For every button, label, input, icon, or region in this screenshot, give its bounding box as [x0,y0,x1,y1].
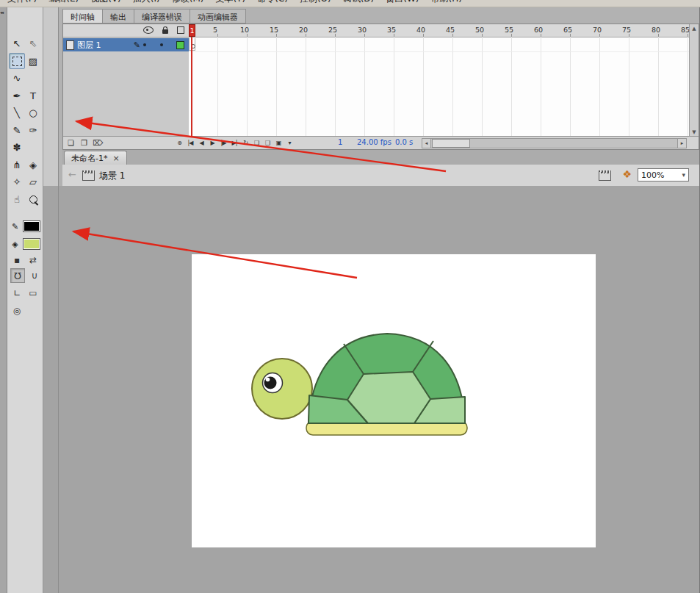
edit-symbol-button[interactable]: ❖ [622,168,632,180]
loop-button[interactable]: ↻ [241,137,250,148]
edit-scene-button[interactable] [599,170,611,181]
scroll-right-icon[interactable]: ▸ [677,139,686,148]
frame-rate-readout[interactable]: 24.00 fps [357,138,392,146]
hand-tool[interactable]: ☝ [10,192,24,206]
flash-application-window: 文件(F)编辑(E)视图(V)插入(I)修改(M)文本(T)命令(C)控制(O)… [0,0,700,593]
panel-splitter[interactable] [43,7,59,593]
selection-tool[interactable]: ↖ [10,37,24,51]
scrollbar-thumb[interactable] [432,139,470,148]
round-option-button[interactable]: ◎ [10,304,24,317]
elapsed-time-readout[interactable]: 0.0 s [395,138,413,146]
zoom-tool[interactable] [26,192,40,206]
oval-tool[interactable]: ○ [26,106,40,121]
show-hide-all-layers-icon[interactable] [143,26,154,34]
layer-name[interactable]: 图层 1 [77,40,101,51]
menu-item[interactable]: 修改(M) [172,0,204,5]
layer-type-icon [66,40,74,50]
scene-label[interactable]: 场景 1 [99,170,125,182]
scroll-up-icon[interactable]: ▲ [692,26,696,32]
outline-all-layers-icon[interactable] [177,26,184,34]
line-tool[interactable]: ╲ [10,106,24,121]
menu-item[interactable]: 命令(C) [257,0,288,5]
eraser-tool[interactable]: ▱ [26,175,40,190]
menu-item[interactable]: 控制(O) [300,0,331,5]
gradient-transform-tool[interactable]: ▨ [26,54,40,68]
free-transform-tool[interactable] [9,53,25,69]
straighten-button[interactable]: ∟ [10,287,24,300]
play-button[interactable]: ▶ [208,137,217,148]
menu-item[interactable]: 窗口(W) [386,0,419,5]
edit-multiple-frames-button[interactable]: ▣ [274,137,283,148]
current-frame-readout[interactable]: 1 [338,138,342,146]
new-folder-button[interactable]: ❐ [79,137,88,148]
onion-skin-outlines-button[interactable]: ❑ [263,137,272,148]
delete-layer-button[interactable]: ⌦ [93,137,102,148]
timeline-horizontal-scrollbar[interactable]: ◂ ▸ [422,138,687,148]
playhead-frame-marker[interactable]: 1 [189,24,195,37]
layer-visibility-dot[interactable] [143,43,146,46]
swap-colors-button[interactable]: ⇄ [26,254,40,267]
back-arrow-icon[interactable]: ← [68,169,76,180]
paint-bucket-tool[interactable]: ◈ [26,157,40,172]
pencil-tool[interactable]: ✎ [10,123,24,137]
tab-motion-editor[interactable]: 动画编辑器 [190,9,246,24]
layer-lock-dot[interactable] [160,43,163,46]
modify-markers-button[interactable]: ▾ [285,137,294,148]
menu-item[interactable]: 文件(F) [7,0,37,5]
zoom-value: 100% [641,170,664,180]
frame-ruler[interactable]: 510152025303540455055606570758085 1 [189,24,689,37]
scroll-left-icon[interactable]: ◂ [422,139,431,148]
stroke-color-swatch[interactable] [23,220,40,232]
ruler-frame-number: 70 [590,26,605,34]
smooth-button[interactable]: ∪ [28,269,41,282]
menu-item[interactable]: 调试(D) [343,0,375,5]
fill-color-swatch[interactable] [23,238,40,250]
stage-canvas[interactable] [192,254,596,547]
stage-pasteboard[interactable] [59,186,699,593]
playhead-line[interactable] [191,37,192,137]
tool-options-row-2: ∟ ▭ [9,284,42,302]
bone-tool[interactable]: ⋔ [10,157,24,172]
onion-skin-button[interactable]: ❏ [252,137,261,148]
tab-compiler-errors[interactable]: 编译器错误 [134,9,190,24]
panel-edge-strip: ◂◂ [0,7,7,593]
subselection-tool[interactable]: ⇖ [26,37,40,51]
rotate-option-button[interactable]: ▭ [26,287,40,300]
layer-outline-color-swatch[interactable] [176,41,184,49]
menu-item[interactable]: 帮助(H) [431,0,462,5]
text-tool[interactable]: T [26,88,40,103]
scroll-down-icon[interactable]: ▼ [692,129,696,135]
lock-all-layers-icon[interactable] [162,29,168,34]
ruler-frame-number: 20 [296,26,311,34]
zoom-combobox[interactable]: 100% ▾ [638,168,689,182]
frames-pane[interactable]: 510152025303540455055606570758085 1 [189,24,699,137]
pen-tool[interactable]: ✒ [10,88,24,103]
deco-tool[interactable]: ✽ [10,140,24,155]
go-first-frame-button[interactable]: |◀ [186,137,195,148]
timeline-vertical-scrollbar[interactable]: ▲ ▼ [689,24,699,137]
menu-item[interactable]: 插入(I) [133,0,160,5]
close-document-icon[interactable]: × [112,154,119,163]
layer-row-selected[interactable]: 图层 1 ✎ [63,38,189,51]
frame-grid[interactable] [189,37,689,137]
lasso-tool[interactable]: ∿ [10,71,24,86]
tool-options-row-1: Ω ∪ [9,267,42,284]
layer1-frame-row[interactable] [189,38,689,52]
collapse-panel-button[interactable]: ◂◂ [0,10,3,15]
black-white-button[interactable]: ▪ [10,254,24,267]
tab-output[interactable]: 输出 [102,9,134,24]
menu-item[interactable]: 编辑(E) [48,0,79,5]
brush-tool[interactable]: ✑ [26,123,40,137]
tab-timeline[interactable]: 时间轴 [62,9,102,24]
menu-item[interactable]: 文本(T) [215,0,245,5]
menu-item[interactable]: 视图(V) [90,0,121,5]
new-layer-button[interactable]: ❏ [66,137,75,148]
step-back-button[interactable]: ◀ [197,137,206,148]
step-forward-button[interactable]: |▶ [219,137,228,148]
snap-to-objects-button[interactable]: Ω [10,268,25,283]
eyedropper-tool[interactable]: ✧ [10,175,24,190]
document-tab[interactable]: 未命名-1* × [64,151,127,165]
ruler-frame-number: 55 [502,26,516,34]
center-frame-button[interactable]: ⊕ [175,137,184,148]
go-last-frame-button[interactable]: ▶| [230,137,239,148]
